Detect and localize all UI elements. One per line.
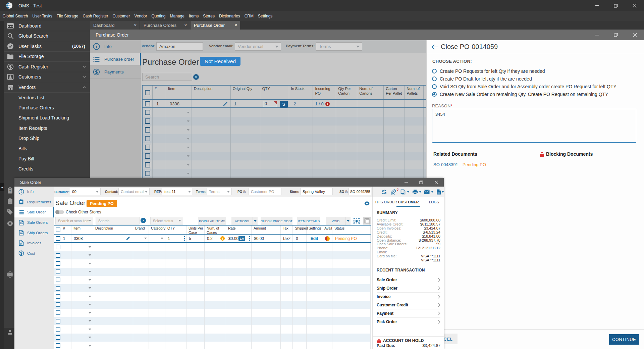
so-number-input[interactable]: SO-0049255 [348, 188, 371, 195]
tax-dropdown-icon[interactable] [288, 238, 291, 239]
printer-dropdown-icon[interactable] [419, 191, 422, 193]
menu-item-user-tasks[interactable]: User Tasks [30, 11, 54, 21]
po-restore-button[interactable] [606, 30, 625, 40]
so-sidebar-item-sale-order[interactable]: Sale Order [14, 207, 54, 217]
po-empty-row[interactable] [143, 169, 444, 178]
item-dropdown-icon[interactable] [187, 120, 190, 122]
sidebar-item-cash-register[interactable]: Cash Register [4, 62, 90, 72]
close-action-radio-option-1[interactable]: Create PO Requests for left Qty if they … [432, 67, 616, 75]
so-select-all-checkbox[interactable] [56, 228, 60, 232]
so-row-checkbox[interactable] [56, 278, 60, 282]
po-row-checkbox[interactable] [145, 110, 150, 115]
radio-unselected-icon[interactable] [432, 69, 437, 73]
item-dropdown-icon[interactable] [187, 138, 190, 140]
item-dropdown-icon[interactable] [89, 312, 91, 314]
sidebar-subitem-item-receipts[interactable]: Item Receipts [4, 123, 90, 133]
so-right-tab-this-order[interactable]: THIS ORDER [375, 200, 397, 204]
item-dropdown-icon[interactable] [187, 129, 190, 131]
app-minimize-button[interactable] [588, 0, 606, 11]
sidebar-gear-icon[interactable] [7, 220, 13, 227]
radio-unselected-icon[interactable] [432, 84, 437, 89]
document-dropdown-icon[interactable] [441, 191, 444, 193]
po-empty-row[interactable] [143, 152, 444, 160]
actions-button[interactable]: ACTIONS [231, 217, 253, 225]
po-sidebar-item-payments[interactable]: Payments [90, 66, 141, 79]
so-restore-button[interactable] [414, 178, 429, 187]
so-empty-row[interactable] [54, 268, 371, 276]
so-sidebar-item-invoices[interactable]: INInvoices [14, 238, 54, 248]
po-row-description-cell[interactable] [192, 100, 231, 107]
sidebar-subitem-bills[interactable]: Bills [4, 143, 90, 153]
item-dropdown-icon[interactable] [187, 164, 190, 166]
scan-item-select[interactable]: Search or scan item [55, 217, 93, 225]
so-row-brand-cell[interactable] [133, 235, 149, 242]
recent-transaction-pick-order[interactable]: Pick Order [377, 318, 440, 326]
po-row-checkbox[interactable] [145, 136, 150, 141]
po-row-checkbox[interactable] [145, 127, 150, 133]
so-row-checkbox[interactable] [56, 327, 60, 332]
sidebar-clipboard-icon[interactable] [7, 198, 13, 205]
so-row-qty-cell[interactable]: 1 [165, 235, 186, 242]
edit-settings-link[interactable]: Edit [311, 236, 318, 241]
so-search-input[interactable]: Search [96, 217, 140, 225]
so-empty-row[interactable] [54, 342, 371, 349]
menu-item-cash-register[interactable]: Cash Register [80, 11, 110, 21]
so-sidebar-item-requirements[interactable]: Requirements [14, 197, 54, 207]
check-other-stores-toggle-knob[interactable] [55, 210, 59, 214]
sidebar-collapse-handle[interactable]: ◀ [0, 183, 4, 191]
close-action-radio-option-2[interactable]: Create PO Draft for left qty if the are … [432, 75, 616, 83]
radio-unselected-icon[interactable] [432, 77, 437, 81]
so-row-checkbox[interactable] [56, 269, 60, 274]
so-empty-row[interactable] [54, 276, 371, 284]
vendor-email-select[interactable]: Vendor email [235, 42, 281, 51]
check-price-cost-button[interactable]: CHECK PRICE COST [261, 217, 292, 225]
sidebar-subitem-pay-bill[interactable]: Pay Bill [4, 154, 90, 164]
printer-icon[interactable] [412, 189, 418, 195]
menu-item-items[interactable]: Items [186, 11, 201, 21]
description-edit-pencil-icon[interactable] [223, 101, 228, 106]
app-maximize-button[interactable] [606, 0, 625, 11]
item-dropdown-icon[interactable] [89, 329, 91, 330]
vendor-input[interactable]: Amazon [156, 42, 203, 51]
so-empty-row[interactable] [54, 259, 371, 268]
gear-icon[interactable] [364, 201, 370, 206]
item-details-button[interactable]: ITEM DETAILS [297, 217, 320, 225]
so-search-clear-icon[interactable]: ✕ [141, 218, 146, 223]
payment-terms-select[interactable]: Terms [316, 42, 362, 51]
contact-select[interactable]: Contact email [118, 188, 150, 195]
so-sidebar-item-info[interactable]: Info [14, 187, 54, 197]
sidebar-item-file-storage[interactable]: File Storage [4, 52, 90, 62]
so-row-checkbox[interactable] [56, 302, 60, 307]
so-empty-row[interactable] [54, 309, 371, 317]
so-row-checkbox[interactable] [56, 294, 60, 299]
so-empty-row[interactable] [54, 292, 371, 301]
item-dropdown-icon[interactable] [89, 271, 91, 272]
so-close-button[interactable] [429, 178, 444, 187]
po-window-titlebar[interactable]: Purchase Order [90, 30, 644, 40]
popular-items-button[interactable]: POPULAR ITEMS [198, 217, 226, 225]
recent-transaction-invoice[interactable]: Invoice [377, 293, 440, 301]
so-sidebar-item-ship-orders[interactable]: SHShip Orders [14, 228, 54, 238]
po-close-button[interactable] [625, 30, 644, 40]
so-minimize-button[interactable] [398, 178, 414, 187]
item-dropdown-icon[interactable] [89, 254, 91, 256]
po-empty-row[interactable] [143, 134, 444, 143]
paperclip-icon[interactable]: 0 [390, 189, 396, 195]
envelope-icon[interactable] [424, 189, 430, 195]
menu-item-stores[interactable]: Stores [201, 11, 217, 21]
menu-item-dictionaries[interactable]: Dictionaries [217, 11, 242, 21]
so-row-checkbox[interactable] [56, 245, 60, 249]
close-action-radio-option-3[interactable]: Void SO Qty from Sale Order and for Asse… [432, 83, 616, 90]
terms-select[interactable]: Terms [207, 188, 232, 195]
item-dropdown-icon[interactable] [187, 112, 190, 113]
so-row-rate-cell[interactable]: $0.00LA [226, 235, 252, 242]
sidebar-tag-icon[interactable] [7, 209, 13, 215]
po-minimize-button[interactable] [588, 30, 606, 40]
po-number-input[interactable]: Customer PO [249, 188, 281, 195]
item-dropdown-icon[interactable] [89, 279, 91, 281]
sidebar-item-vendors[interactable]: Vendors [4, 82, 90, 93]
rep-select[interactable]: test 11 [162, 188, 193, 195]
sidebar-subitem-purchase-orders[interactable]: Purchase Orders [4, 103, 90, 113]
recent-transaction-ship-order[interactable]: Ship Order [377, 284, 440, 293]
so-sidebar-item-sale-orders[interactable]: SOSale Orders [14, 217, 54, 228]
